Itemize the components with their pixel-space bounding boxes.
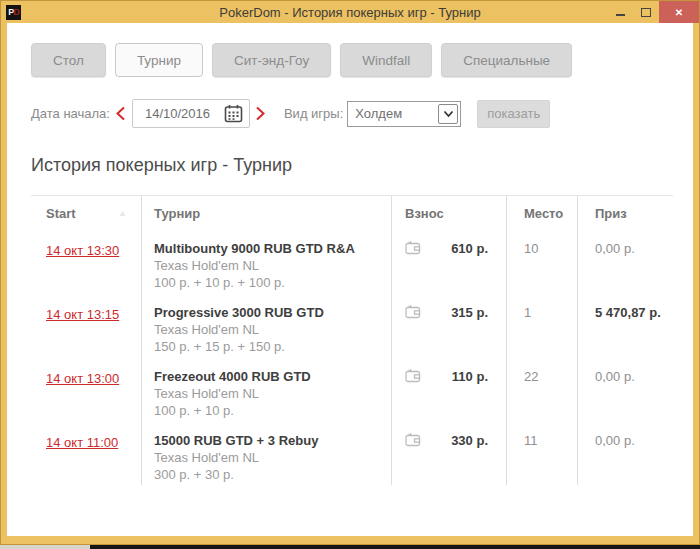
- date-label: Дата начала:: [31, 106, 110, 121]
- place-value: 22: [506, 357, 577, 421]
- titlebar: PD PokerDom - История покерных игр - Тур…: [1, 1, 699, 23]
- prize-value: 0,00 р.: [577, 357, 673, 421]
- table-row: 14 окт 13:30 Multibounty 9000 RUB GTD R&…: [31, 229, 673, 293]
- place-value: 10: [506, 229, 577, 293]
- prize-value: 5 470,87 р.: [577, 293, 673, 357]
- maximize-button[interactable]: [633, 1, 659, 23]
- fee-amount: 110 р.: [452, 369, 488, 384]
- calendar-button[interactable]: [224, 104, 243, 123]
- tournament-game: Texas Hold'em NL: [154, 321, 391, 338]
- start-time-link[interactable]: 14 окт 13:15: [46, 307, 119, 322]
- tournament-game: Texas Hold'em NL: [154, 385, 391, 402]
- start-time-link[interactable]: 14 окт 13:30: [46, 243, 119, 258]
- chevron-left-icon: [116, 106, 125, 121]
- minimize-icon: [616, 14, 625, 16]
- window-title: PokerDom - История покерных игр - Турнир: [1, 5, 699, 20]
- filter-bar: Дата начала:: [31, 99, 671, 128]
- table-row: 14 окт 11:00 15000 RUB GTD + 3 Rebuy Tex…: [31, 421, 673, 485]
- page-title: История покерных игр - Турнир: [31, 155, 671, 176]
- chevron-right-icon: [256, 106, 265, 121]
- table-row: 14 окт 13:00 Freezeout 4000 RUB GTD Texa…: [31, 357, 673, 421]
- window-content: Стол Турнир Сит-энд-Гоу Windfall Специал…: [7, 23, 693, 536]
- game-type-value: Холдем: [355, 106, 402, 121]
- chevron-down-icon: [443, 110, 454, 118]
- fee-amount: 315 р.: [451, 305, 488, 320]
- game-type-select[interactable]: Холдем: [347, 101, 461, 127]
- show-button[interactable]: показать: [477, 100, 550, 128]
- screen: PD PokerDom - История покерных игр - Тур…: [0, 0, 700, 549]
- tournament-game: Texas Hold'em NL: [154, 257, 391, 274]
- prize-value: 0,00 р.: [577, 229, 673, 293]
- tournament-name: Progressive 3000 RUB GTD: [154, 305, 391, 321]
- wallet-icon: [405, 433, 421, 447]
- prev-day-button[interactable]: [113, 106, 129, 121]
- header-start: Start▲: [31, 196, 141, 229]
- date-input[interactable]: [145, 106, 221, 121]
- table-row: 14 окт 13:15 Progressive 3000 RUB GTD Te…: [31, 293, 673, 357]
- tournament-name: Freezeout 4000 RUB GTD: [154, 369, 391, 385]
- close-button[interactable]: ✕: [659, 1, 699, 23]
- header-prize: Приз: [577, 196, 673, 229]
- tournament-name: Multibounty 9000 RUB GTD R&A: [154, 241, 391, 257]
- start-time-link[interactable]: 14 окт 11:00: [46, 435, 118, 450]
- header-place: Место: [506, 196, 577, 229]
- place-value: 1: [506, 293, 577, 357]
- header-fee: Взнос: [391, 196, 506, 229]
- wallet-icon: [405, 369, 421, 383]
- wallet-icon: [405, 241, 421, 255]
- tab-windfall[interactable]: Windfall: [340, 43, 432, 77]
- game-type-label: Вид игры:: [284, 106, 343, 121]
- tournament-buyin-detail: 100 р. + 10 р.: [154, 402, 391, 419]
- next-day-button[interactable]: [253, 106, 269, 121]
- fee-amount: 330 р.: [451, 433, 488, 448]
- header-tournament: Турнир: [141, 196, 391, 229]
- start-time-link[interactable]: 14 окт 13:00: [46, 371, 119, 386]
- maximize-icon: [641, 8, 651, 17]
- wallet-icon: [405, 305, 421, 319]
- date-input-box: [132, 99, 250, 128]
- tab-sit-and-go[interactable]: Сит-энд-Гоу: [212, 43, 331, 77]
- tournament-buyin-detail: 100 р. + 10 р. + 100 р.: [154, 274, 391, 291]
- prize-value: 0,00 р.: [577, 421, 673, 485]
- sort-indicator-icon: ▲: [118, 208, 127, 218]
- fee-amount: 610 р.: [451, 241, 488, 256]
- calendar-icon: [224, 104, 243, 123]
- select-dropdown-button[interactable]: [438, 104, 458, 124]
- tournament-game: Texas Hold'em NL: [154, 449, 391, 466]
- window-controls: ✕: [607, 1, 699, 23]
- minimize-button[interactable]: [607, 1, 633, 23]
- tournament-name: 15000 RUB GTD + 3 Rebuy: [154, 433, 391, 449]
- table-header-row: Start▲ Турнир Взнос Место Приз: [31, 196, 673, 229]
- tournament-buyin-detail: 300 р. + 30 р.: [154, 466, 391, 483]
- tab-tournament[interactable]: Турнир: [115, 43, 203, 77]
- desktop-background-strip: [0, 545, 700, 549]
- app-window: PD PokerDom - История покерных игр - Тур…: [0, 0, 700, 545]
- tab-table[interactable]: Стол: [31, 43, 106, 77]
- history-table: Start▲ Турнир Взнос Место Приз 14 окт 13…: [31, 195, 673, 485]
- close-icon: ✕: [675, 7, 683, 18]
- tab-special[interactable]: Специальные: [441, 43, 572, 77]
- tournament-buyin-detail: 150 р. + 15 р. + 150 р.: [154, 338, 391, 355]
- tab-bar: Стол Турнир Сит-энд-Гоу Windfall Специал…: [31, 43, 671, 77]
- place-value: 11: [506, 421, 577, 485]
